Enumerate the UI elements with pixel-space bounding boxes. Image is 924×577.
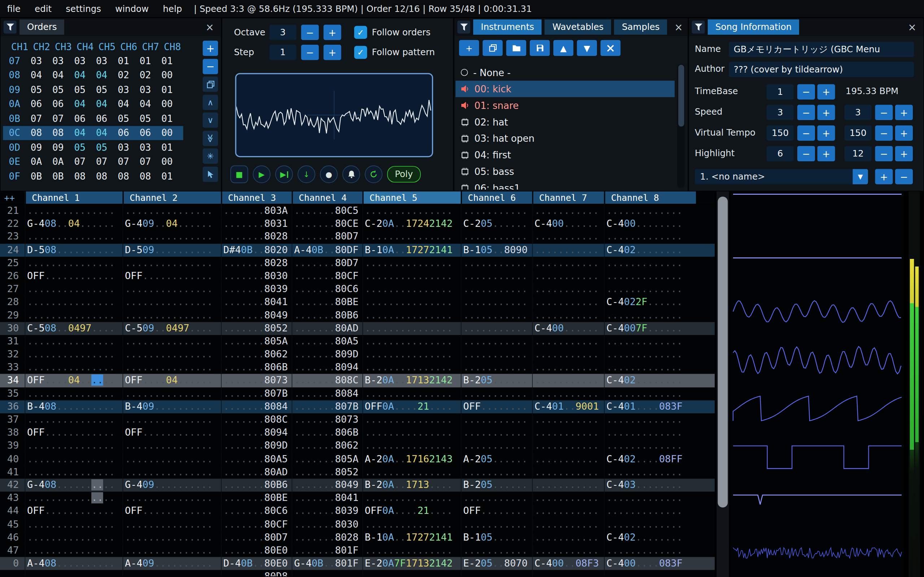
order-cell[interactable]: 03 bbox=[25, 55, 47, 66]
pattern-cell[interactable]: ........... bbox=[461, 322, 532, 335]
stop-button[interactable]: ■ bbox=[230, 166, 248, 183]
order-cell[interactable]: 01 bbox=[156, 55, 178, 66]
order-row-0A[interactable]: 0A0606040404040000 bbox=[3, 97, 183, 111]
pattern-cell[interactable]: ............... bbox=[362, 426, 461, 439]
order-cell[interactable]: 01 bbox=[178, 113, 183, 124]
order-cell[interactable]: 07 bbox=[90, 156, 112, 167]
pattern-cell[interactable]: ............. bbox=[604, 518, 696, 531]
pattern-cell[interactable]: ............... bbox=[25, 256, 123, 269]
pattern-cell[interactable]: A-20A..17162143 bbox=[362, 453, 461, 466]
pattern-cell[interactable]: ............... bbox=[123, 361, 221, 374]
order-cell[interactable]: 06 bbox=[25, 98, 47, 110]
order-cell[interactable]: 03 bbox=[90, 55, 112, 66]
subsong-remove-button[interactable]: − bbox=[895, 169, 913, 184]
pattern-cell[interactable]: E-20A7F17132142 bbox=[362, 557, 461, 570]
pattern-cell[interactable]: B-205...... bbox=[461, 479, 532, 492]
order-cell[interactable]: 04 bbox=[90, 98, 112, 110]
hl2-decrement-button[interactable]: − bbox=[875, 146, 893, 161]
pattern-cell[interactable]: OFF............ bbox=[25, 270, 123, 283]
pattern-cell[interactable]: .......8041 bbox=[221, 296, 292, 309]
pattern-cell[interactable]: ........... bbox=[532, 466, 604, 479]
order-cell[interactable]: 01 bbox=[156, 113, 178, 124]
pattern-cell[interactable]: ........... bbox=[461, 296, 532, 309]
order-cell[interactable]: 06 bbox=[47, 98, 69, 110]
order-cell[interactable]: 01 bbox=[156, 84, 178, 95]
pattern-cell[interactable]: C-403........ bbox=[604, 479, 696, 492]
speed2-decrement-button[interactable]: − bbox=[875, 105, 893, 120]
pattern-cell[interactable]: .......809D bbox=[221, 440, 292, 453]
pattern-cell[interactable]: ............... bbox=[123, 309, 221, 322]
pattern-cell[interactable]: .......8028 bbox=[292, 531, 362, 544]
pattern-cell[interactable]: ........... bbox=[532, 309, 604, 322]
pattern-cell[interactable]: .......80AD bbox=[221, 466, 292, 479]
pattern-cell[interactable]: G-408.......... bbox=[25, 479, 123, 492]
channel-header-4[interactable]: Channel 4 bbox=[292, 192, 362, 204]
pattern-cell[interactable]: .......803A bbox=[221, 205, 292, 218]
pattern-cell[interactable]: ............... bbox=[123, 348, 221, 361]
pattern-cell[interactable]: ........... bbox=[461, 544, 532, 557]
repeat-pattern-button[interactable] bbox=[365, 166, 383, 183]
pattern-cell[interactable]: ............... bbox=[123, 205, 221, 218]
pattern-cell[interactable]: ........... bbox=[532, 479, 604, 492]
pattern-cell[interactable]: ............... bbox=[123, 283, 221, 296]
pattern-cell[interactable]: OFF............ bbox=[25, 505, 123, 518]
pattern-cell[interactable]: .......80CF bbox=[292, 270, 362, 283]
order-cell[interactable]: 05 bbox=[134, 113, 156, 124]
pattern-cell[interactable]: ............... bbox=[25, 440, 123, 453]
order-cell[interactable]: 05 bbox=[25, 84, 47, 95]
pattern-cell[interactable]: .......80BE bbox=[221, 492, 292, 504]
order-cell[interactable]: 0B bbox=[47, 171, 69, 182]
order-cell[interactable]: 04 bbox=[69, 98, 90, 110]
pattern-cell[interactable]: .......8062 bbox=[292, 440, 362, 453]
tab-orders[interactable]: Orders bbox=[19, 19, 65, 35]
instrument-move-down-button[interactable]: ▼ bbox=[577, 40, 597, 56]
pattern-cell[interactable]: ............. bbox=[604, 426, 696, 439]
pattern-cell[interactable]: ............... bbox=[123, 453, 221, 466]
pattern-cell[interactable]: ........... bbox=[461, 518, 532, 531]
pattern-cell[interactable]: C-402........ bbox=[604, 243, 696, 256]
pattern-cell[interactable]: OFF....04...... bbox=[123, 374, 221, 387]
pattern-cell[interactable]: ........... bbox=[461, 309, 532, 322]
instrument-item[interactable]: 03: hat open bbox=[456, 130, 675, 147]
pattern-cell[interactable]: ........... bbox=[532, 230, 604, 243]
pattern-cell[interactable]: ............... bbox=[362, 361, 461, 374]
pattern-cell[interactable]: .......80B6 bbox=[292, 309, 362, 322]
pattern-cell[interactable]: OFF........ bbox=[461, 505, 532, 518]
pattern-cell[interactable]: ............... bbox=[25, 361, 123, 374]
pattern-cell[interactable]: .......805A bbox=[221, 335, 292, 348]
pattern-cell[interactable]: .......80C6 bbox=[221, 505, 292, 518]
pattern-cell[interactable]: .......8041 bbox=[292, 492, 362, 504]
pattern-cell[interactable]: C-509..0497.... bbox=[123, 322, 221, 335]
subsong-dropdown[interactable]: 1. <no name> ▼ bbox=[695, 169, 868, 184]
pattern-cell[interactable]: ............... bbox=[362, 440, 461, 453]
pattern-cell[interactable]: ........... bbox=[292, 570, 362, 577]
pattern-cell[interactable]: C-401....083F bbox=[604, 400, 696, 413]
pattern-cell[interactable]: ............. bbox=[604, 440, 696, 453]
pattern-cell[interactable]: ............. bbox=[604, 283, 696, 296]
tab-wavetables[interactable]: Wavetables bbox=[544, 19, 611, 35]
pattern-cell[interactable]: .......8049 bbox=[292, 479, 362, 492]
song-name-input[interactable]: GBメモリカートリッジ (GBC Menu bbox=[729, 42, 914, 57]
pattern-cell[interactable]: ........... bbox=[532, 426, 604, 439]
speed2-input[interactable]: 3 bbox=[845, 105, 872, 120]
pattern-cell[interactable]: B-409.......... bbox=[123, 400, 221, 413]
instrument-item[interactable]: - None - bbox=[456, 64, 675, 81]
order-add-button[interactable]: + bbox=[203, 41, 218, 56]
pattern-cell[interactable]: ............... bbox=[25, 466, 123, 479]
pattern-cell[interactable]: B-20A..1713.... bbox=[362, 479, 461, 492]
octave-increment-button[interactable]: + bbox=[323, 25, 341, 40]
step-row-button[interactable]: ↓ bbox=[297, 166, 315, 183]
order-cell[interactable]: 04 bbox=[25, 69, 47, 81]
pattern-cell[interactable]: ........... bbox=[532, 296, 604, 309]
pattern-cell[interactable]: .......805A bbox=[292, 453, 362, 466]
order-cell[interactable]: 06 bbox=[69, 113, 90, 124]
menu-help[interactable]: help bbox=[156, 0, 189, 17]
pattern-cell[interactable]: ............... bbox=[362, 413, 461, 426]
channel-header-6[interactable]: Channel 6 bbox=[461, 192, 532, 204]
pattern-cell[interactable]: ........... bbox=[461, 466, 532, 479]
pattern-cell[interactable]: ........... bbox=[461, 270, 532, 283]
speed1-increment-button[interactable]: + bbox=[817, 105, 835, 120]
order-cell[interactable]: 08 bbox=[90, 171, 112, 182]
pattern-cell[interactable]: C-400........ bbox=[604, 218, 696, 230]
pattern-cell[interactable]: .......8049 bbox=[221, 309, 292, 322]
